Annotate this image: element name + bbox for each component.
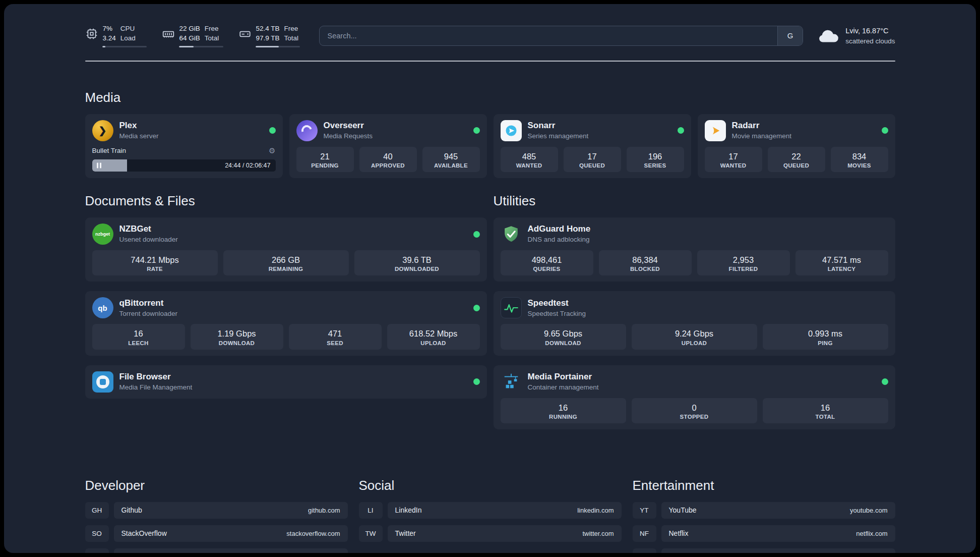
- gear-icon[interactable]: ⚙: [269, 146, 275, 155]
- bookmark-abbr: RE: [633, 548, 656, 553]
- app-subtitle: Series management: [528, 132, 589, 141]
- disk-total-value: 97.9 TB: [256, 34, 280, 43]
- card-sonarr[interactable]: Sonarr Series management 485 WANTED 17 Q…: [494, 114, 691, 178]
- status-dot: [473, 127, 480, 134]
- app-subtitle: Media File Management: [119, 383, 193, 392]
- nzbget-icon: nzbget: [92, 224, 113, 245]
- app-title: AdGuard Home: [528, 224, 591, 235]
- app-subtitle: Speedtest Tracking: [528, 309, 586, 318]
- stat-total: 16 TOTAL: [763, 398, 888, 423]
- card-adguard[interactable]: AdGuard Home DNS and adblocking 498,461 …: [494, 217, 895, 282]
- bookmark-linkedin[interactable]: LI LinkedIn linkedin.com: [359, 502, 622, 519]
- cpu-stat: 7% 3.24 CPU Load: [85, 24, 147, 47]
- bookmark-abbr: GH: [85, 502, 109, 519]
- disk-total-label: Total: [284, 34, 299, 43]
- weather-widget: Lviv, 16.87°C scattered clouds: [818, 26, 895, 46]
- filebrowser-icon: [92, 371, 113, 393]
- disk-stat: 52.4 TB 97.9 TB Free Total: [238, 24, 300, 47]
- section-heading-media: Media: [85, 90, 895, 105]
- card-speedtest[interactable]: Speedtest Speedtest Tracking 9.65 Gbps D…: [494, 291, 895, 355]
- status-dot: [473, 378, 480, 385]
- app-subtitle: DNS and adblocking: [528, 235, 591, 244]
- stat-remaining: 266 GB REMAINING: [223, 250, 349, 275]
- weather-condition: scattered clouds: [845, 36, 895, 46]
- cpu-load-value: 3.24: [103, 34, 116, 43]
- status-dot: [882, 378, 888, 385]
- disk-free-value: 52.4 TB: [256, 24, 280, 34]
- card-radarr[interactable]: Radarr Movie management 17 WANTED 22 QUE…: [698, 114, 895, 178]
- bookmark-name: Github: [121, 506, 142, 514]
- search-input[interactable]: [320, 26, 778, 45]
- section-heading-developer: Developer: [85, 478, 348, 493]
- topbar: 7% 3.24 CPU Load: [85, 4, 895, 47]
- section-heading-utilities: Utilities: [494, 193, 895, 209]
- adguard-shield-icon: [501, 224, 522, 245]
- disk-free-label: Free: [284, 24, 299, 34]
- memory-icon: [162, 27, 175, 40]
- cpu-progress-bar: [102, 46, 147, 47]
- bookmark-url: twitter.com: [582, 530, 614, 537]
- cpu-label: CPU: [120, 24, 136, 34]
- card-plex[interactable]: ❯ Plex Media server Bullet Train ⚙: [85, 114, 283, 178]
- stat-series: 196 SERIES: [627, 147, 684, 172]
- card-overseerr[interactable]: Overseerr Media Requests 21 PENDING 40 A…: [289, 114, 487, 178]
- app-title: Radarr: [732, 120, 792, 132]
- app-title: Sonarr: [528, 120, 589, 132]
- section-heading-social: Social: [359, 478, 622, 493]
- stat-seed: 471 SEED: [289, 324, 382, 349]
- radarr-icon: [705, 120, 726, 141]
- app-subtitle: Usenet downloader: [119, 235, 178, 244]
- stat-rate: 744.21 Mbps RATE: [92, 250, 218, 275]
- status-dot: [473, 231, 480, 238]
- status-dot: [269, 127, 276, 134]
- stat-stopped: 0 STOPPED: [632, 398, 757, 423]
- bookmark-reddit[interactable]: RE Reddit reddit.com: [633, 548, 895, 553]
- bookmark-name: YouTube: [669, 506, 697, 514]
- stat-queued: 22 QUEUED: [768, 147, 825, 172]
- bookmark-dev[interactable]: DT DEV dev.to: [85, 548, 348, 553]
- app-subtitle: Movie management: [732, 132, 792, 141]
- status-dot: [473, 305, 480, 311]
- bookmark-twitter[interactable]: TW Twitter twitter.com: [359, 525, 622, 542]
- now-playing-title: Bullet Train: [92, 147, 127, 154]
- card-qbittorrent[interactable]: qb qBittorrent Torrent downloader 16: [85, 291, 487, 355]
- bookmark-abbr: LI: [359, 502, 383, 519]
- cpu-percent: 7%: [103, 24, 116, 34]
- app-title: File Browser: [119, 371, 193, 383]
- stat-blocked: 86,384 BLOCKED: [599, 250, 692, 275]
- bookmark-abbr: DT: [85, 548, 109, 553]
- search-provider-button[interactable]: G: [777, 26, 803, 45]
- speedtest-icon: [501, 297, 522, 318]
- plex-now-playing: Bullet Train ⚙ 24:44 / 02:06:47: [92, 146, 276, 172]
- app-title: Plex: [119, 120, 159, 132]
- bookmark-netflix[interactable]: NF Netflix netflix.com: [633, 525, 895, 542]
- card-filebrowser[interactable]: File Browser Media File Management: [85, 365, 487, 399]
- stat-queued: 17 QUEUED: [564, 147, 621, 172]
- memory-free-label: Free: [205, 24, 219, 34]
- bookmark-stackoverflow[interactable]: SO StackOverflow stackoverflow.com: [85, 525, 348, 542]
- card-portainer[interactable]: Media Portainer Container management 16 …: [494, 365, 895, 429]
- bookmark-name: Reddit: [669, 552, 689, 553]
- stat-upload: 618.52 Mbps UPLOAD: [387, 324, 480, 349]
- memory-total-value: 64 GiB: [179, 34, 200, 43]
- app-title: qBittorrent: [119, 298, 178, 309]
- status-dot: [882, 127, 888, 134]
- bookmark-name: Twitter: [395, 529, 416, 537]
- app-title: Media Portainer: [528, 371, 599, 383]
- bookmark-name: LinkedIn: [395, 506, 422, 514]
- plex-icon: ❯: [92, 120, 113, 141]
- stat-movies: 834 MOVIES: [831, 147, 888, 172]
- app-subtitle: Media Requests: [324, 132, 373, 141]
- stat-download: 9.65 Gbps DOWNLOAD: [501, 324, 626, 349]
- pause-icon[interactable]: [97, 162, 101, 168]
- memory-free-value: 22 GiB: [179, 24, 200, 34]
- card-nzbget[interactable]: nzbget NZBGet Usenet downloader 744.21 M…: [85, 217, 487, 282]
- weather-location: Lviv, 16.87°C: [845, 26, 895, 36]
- stat-wanted: 485 WANTED: [501, 147, 558, 172]
- stat-running: 16 RUNNING: [501, 398, 626, 423]
- cpu-chip-icon: [85, 27, 98, 40]
- stat-upload: 9.24 Gbps UPLOAD: [632, 324, 757, 349]
- bookmark-github[interactable]: GH Github github.com: [85, 502, 348, 519]
- bookmark-youtube[interactable]: YT YouTube youtube.com: [633, 502, 895, 519]
- bookmark-url: github.com: [308, 507, 340, 514]
